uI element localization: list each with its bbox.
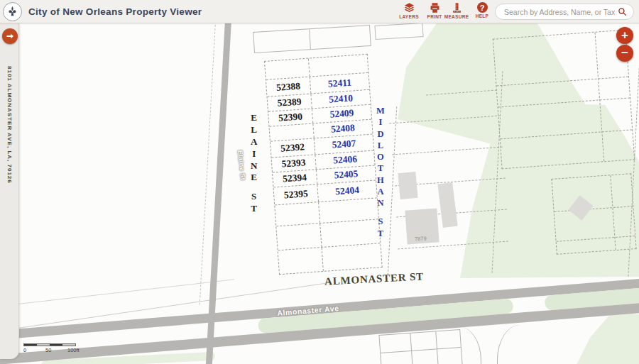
info-sidebar: 8101 ALMONASTER AVE, LA, 70126: [0, 23, 19, 359]
building-footprint: [398, 172, 417, 199]
layers-icon: [403, 2, 415, 13]
parcel-cell: [265, 59, 310, 79]
elaine-st-road-label: Elaine St: [236, 150, 246, 180]
print-icon: [429, 2, 441, 13]
building-number-label: 7879: [415, 235, 427, 242]
app-header: City of New Orleans Property Viewer LAYE…: [0, 0, 639, 23]
parcel-boundary-line: [388, 106, 397, 275]
layers-button[interactable]: LAYERS: [396, 2, 422, 22]
parcel-cell: [322, 243, 382, 271]
help-button-label: HELP: [476, 13, 489, 18]
measure-button-label: MEASURE: [444, 14, 469, 19]
fleur-de-lis-icon: [6, 6, 18, 18]
fleur-de-lis-logo: [3, 2, 22, 21]
search-box: [495, 4, 634, 20]
layers-button-label: LAYERS: [399, 14, 419, 19]
print-button-label: PRINT: [427, 14, 442, 19]
scale-label-end: 100ft: [67, 347, 80, 353]
scale-label-mid: 50: [45, 347, 51, 353]
parcel-cell[interactable]: 52392: [271, 138, 315, 157]
help-icon: ?: [477, 2, 488, 13]
parcel-cell: [278, 248, 324, 274]
midlothan-st-street-label: MIDLOTHANST: [376, 105, 385, 239]
measure-button[interactable]: MEASURE: [444, 2, 469, 22]
zoom-in-button[interactable]: +: [616, 27, 633, 44]
scale-bar-segments: [23, 343, 76, 346]
parcel-cell: [275, 202, 320, 226]
arrow-right-icon: [6, 32, 14, 40]
help-button[interactable]: ? HELP: [469, 2, 495, 22]
zoom-out-button[interactable]: −: [616, 45, 633, 62]
parcel-cell: [320, 219, 380, 247]
parcel-cell: [276, 224, 322, 250]
parcel-cell[interactable]: 52395: [273, 184, 319, 204]
map-canvas[interactable]: Almonaster Ave 5238852411523895241052390…: [0, 0, 639, 364]
parcel-outline: [374, 23, 423, 40]
selected-address-label: 8101 ALMONASTER AVE, LA, 70126: [6, 66, 13, 184]
measure-ruler-icon: [451, 2, 463, 13]
parcel-number-block: 5238852411523895241052390524095240852392…: [264, 54, 383, 275]
search-icon[interactable]: [618, 7, 627, 16]
property-viewer-app: Almonaster Ave 5238852411523895241052390…: [0, 0, 639, 364]
parcel-outline: [253, 25, 371, 53]
parcel-grid: [551, 173, 636, 255]
scale-label-start: 0: [23, 347, 26, 353]
map-scale-bar: 0 50 100ft: [23, 343, 80, 353]
parcel-boundary-line: [392, 147, 503, 155]
parcel-grid: [378, 329, 462, 364]
elaine-st-street-label: ELAINEST: [251, 112, 257, 215]
building-footprint: [437, 182, 457, 228]
parcel-grid: [493, 30, 635, 170]
search-input[interactable]: [496, 8, 618, 16]
parcel-cell: [319, 198, 378, 223]
page-title: City of New Orleans Property Viewer: [28, 6, 202, 17]
parcel-cell[interactable]: 52388: [266, 77, 311, 96]
sidebar-expand-button[interactable]: [2, 28, 18, 44]
